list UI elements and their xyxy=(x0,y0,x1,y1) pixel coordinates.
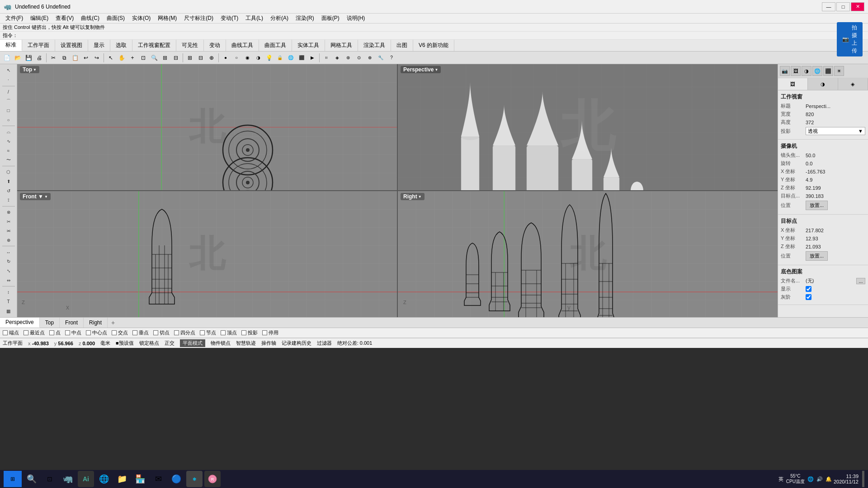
menu-mesh[interactable]: 网格(M) xyxy=(154,14,180,23)
lt-loft[interactable]: ⟟ xyxy=(2,196,15,205)
taskbar-app2[interactable]: R xyxy=(204,471,221,487)
viewport-right[interactable]: Right 北 z y xyxy=(398,191,778,317)
toolbar-misc3[interactable]: ⊛ xyxy=(343,53,353,63)
rp-icon-render-preview[interactable]: 🖼 xyxy=(791,66,801,76)
lt-revolve[interactable]: ↺ xyxy=(2,186,15,195)
menu-view[interactable]: 查看(V) xyxy=(52,14,77,23)
lt-freeform[interactable]: ≈ xyxy=(2,146,15,155)
menu-analyze[interactable]: 分析(A) xyxy=(267,14,292,23)
lt-polyline[interactable]: ⌒ xyxy=(2,97,15,106)
systray-notifications[interactable]: 🔔 xyxy=(826,476,832,482)
snap-point-checkbox[interactable] xyxy=(49,330,54,335)
snap-tangent-checkbox[interactable] xyxy=(153,330,158,335)
taskbar-app1[interactable]: ❃ xyxy=(186,471,203,487)
status-ortho[interactable]: 正交 xyxy=(165,340,175,347)
toolbar-redo[interactable]: ↪ xyxy=(92,53,102,63)
toolbar-undo[interactable]: ↩ xyxy=(81,53,91,63)
rp-icon-env[interactable]: 🌐 xyxy=(812,66,822,76)
toolbar-save[interactable]: 💾 xyxy=(24,53,33,63)
snap-vertex[interactable]: 顶点 xyxy=(221,329,237,336)
toolbar-axes[interactable]: ⊕ xyxy=(207,53,217,63)
taskbar-show-desktop[interactable] xyxy=(862,471,864,487)
rp-tab-display[interactable]: ◈ xyxy=(838,78,868,90)
tab-render-tools[interactable]: 渲染工具 xyxy=(358,40,391,51)
menu-solid[interactable]: 实体(O) xyxy=(128,14,154,23)
rp-tab-material[interactable]: ◑ xyxy=(808,78,838,90)
lt-surface[interactable]: ⬡ xyxy=(2,168,15,177)
taskbar-clock[interactable]: 11:39 2020/11/12 xyxy=(834,474,859,484)
upload-button[interactable]: 📷 拍摄上传 xyxy=(837,22,863,56)
lt-rotate[interactable]: ↻ xyxy=(2,257,15,266)
systray-network[interactable]: 🌐 xyxy=(807,476,814,482)
lt-join[interactable]: ⊕ xyxy=(2,236,15,245)
rp-btn-target-pos[interactable]: 放置... xyxy=(806,251,828,261)
lt-trim[interactable]: ✂ xyxy=(2,217,15,226)
toolbar-zoom-window[interactable]: 🔍 xyxy=(149,53,159,63)
btm-tab-perspective[interactable]: Perspective xyxy=(0,318,40,328)
toolbar-cut[interactable]: ✂ xyxy=(48,53,58,63)
taskbar-folder[interactable]: 📁 xyxy=(114,471,130,487)
btm-tab-add[interactable]: + xyxy=(108,318,118,327)
toolbar-misc1[interactable]: ⌗ xyxy=(321,53,331,63)
taskbar-store[interactable]: 🏪 xyxy=(132,471,148,487)
toolbar-light[interactable]: 💡 xyxy=(264,53,274,63)
tab-setview[interactable]: 设置视图 xyxy=(55,40,88,51)
tab-transform[interactable]: 变动 xyxy=(204,40,226,51)
systray-speaker[interactable]: 🔊 xyxy=(816,476,823,482)
status-record-hist[interactable]: 记录建构历史 xyxy=(282,340,311,347)
snap-endpoint[interactable]: 端点 xyxy=(3,329,19,336)
toolbar-texture[interactable]: ⬛ xyxy=(297,53,307,63)
viewport-perspective-label[interactable]: Perspective xyxy=(401,66,441,73)
toolbar-zoom-plus[interactable]: + xyxy=(127,53,137,63)
toolbar-pan[interactable]: ✋ xyxy=(117,53,127,63)
menu-tools[interactable]: 工具(L) xyxy=(242,14,267,23)
menu-transform[interactable]: 变动(T) xyxy=(217,14,242,23)
snap-knot[interactable]: 节点 xyxy=(200,329,216,336)
toolbar-snap-grid[interactable]: ⊞ xyxy=(185,53,195,63)
menu-render[interactable]: 渲染(R) xyxy=(292,14,318,23)
snap-quad[interactable]: 四分点 xyxy=(174,329,195,336)
status-filter[interactable]: 过滤器 xyxy=(317,340,332,347)
viewport-front-label[interactable]: Front ▼ xyxy=(20,193,51,200)
taskbar-coreldraw[interactable]: Ai xyxy=(78,471,94,487)
menu-panel[interactable]: 面板(P) xyxy=(318,14,343,23)
taskbar-taskview[interactable]: ⊡ xyxy=(42,471,58,487)
toolbar-render-mode[interactable]: ● xyxy=(221,53,231,63)
tab-workplane[interactable]: 工作平面 xyxy=(22,40,55,51)
lt-rect[interactable]: □ xyxy=(2,106,15,115)
toolbar-copy[interactable]: ⧉ xyxy=(59,53,69,63)
snap-disable[interactable]: 停用 xyxy=(262,329,278,336)
snap-center-checkbox[interactable] xyxy=(86,330,91,335)
menu-curve[interactable]: 曲线(C) xyxy=(77,14,103,23)
toolbar-material[interactable]: 🔒 xyxy=(275,53,285,63)
lt-hatch[interactable]: ▦ xyxy=(2,306,15,315)
viewport-top-label[interactable]: Top xyxy=(20,66,39,73)
status-obj-snap[interactable]: 物件锁点 xyxy=(211,340,231,347)
toolbar-misc6[interactable]: 🔧 xyxy=(376,53,386,63)
toolbar-misc4[interactable]: ⊙ xyxy=(354,53,364,63)
viewport-front[interactable]: Front ▼ 北 z x xyxy=(17,191,397,317)
toolbar-rendered[interactable]: ◑ xyxy=(253,53,263,63)
snap-vertex-checkbox[interactable] xyxy=(221,330,226,335)
lt-curve[interactable]: ∿ xyxy=(2,137,15,146)
snap-center[interactable]: 中心点 xyxy=(86,329,107,336)
lt-boolean[interactable]: ⊗ xyxy=(2,207,15,216)
lt-extrude[interactable]: ⬆ xyxy=(2,177,15,186)
menu-edit[interactable]: 编辑(E) xyxy=(27,14,52,23)
toolbar-print[interactable]: 🖨 xyxy=(34,53,44,63)
viewport-right-label[interactable]: Right xyxy=(401,193,425,200)
toolbar-zoom-selected[interactable]: ⊞ xyxy=(160,53,170,63)
snap-tangent[interactable]: 切点 xyxy=(153,329,170,336)
rp-icon-sun[interactable]: ☀ xyxy=(834,66,844,76)
tab-v6-new[interactable]: V6 的新功能 xyxy=(413,40,454,51)
lt-circle[interactable]: ○ xyxy=(2,115,15,124)
toolbar-misc5[interactable]: ⊕ xyxy=(365,53,375,63)
tab-select[interactable]: 选取 xyxy=(110,40,132,51)
toolbar-open[interactable]: 📂 xyxy=(13,53,23,63)
maximize-button[interactable]: □ xyxy=(836,2,850,11)
snap-perp-checkbox[interactable] xyxy=(132,330,137,335)
rp-btn-browse[interactable]: ... xyxy=(856,278,865,284)
lt-scale[interactable]: ⤡ xyxy=(2,267,15,276)
snap-intersect[interactable]: 交点 xyxy=(112,329,128,336)
snap-quad-checkbox[interactable] xyxy=(174,330,179,335)
